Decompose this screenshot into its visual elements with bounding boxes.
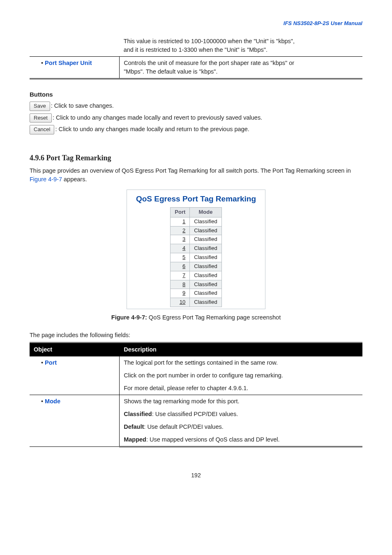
table-row: 7Classified: [171, 271, 221, 280]
port-link[interactable]: 8: [171, 280, 190, 289]
para-text: This page provides an overview of QoS Eg…: [30, 167, 351, 174]
mode-cell: Classified: [190, 289, 221, 298]
reset-button[interactable]: Reset: [30, 113, 52, 123]
figure-box: QoS Egress Port Tag Remarking Port Mode …: [127, 190, 265, 309]
fields-intro: The page includes the following fields:: [30, 331, 362, 340]
fields-mode-label-cell: • Mode: [30, 395, 120, 447]
fields-port-label-cell: • Port: [30, 356, 120, 395]
spec-label: Port Shaper Unit: [45, 60, 92, 66]
table-row: 5Classified: [171, 253, 221, 262]
cancel-text: : Click to undo any changes made locally…: [55, 126, 249, 133]
figure-caption-lead: Figure 4-9-7:: [111, 314, 147, 321]
figure-caption-rest: QoS Egress Port Tag Remarking page scree…: [147, 314, 281, 321]
spec-empty-cell: [30, 35, 120, 57]
fields-table: Object Description • Port The logical po…: [30, 342, 362, 447]
bullet: •: [41, 398, 45, 405]
mode-cell: Classified: [190, 298, 221, 307]
mode-mapped-strong: Mapped: [124, 436, 146, 443]
port-desc-cell: The logical port for the settings contai…: [120, 356, 362, 370]
port-link[interactable]: 2: [171, 226, 190, 235]
mode-cell: Classified: [190, 217, 221, 226]
figure-link[interactable]: Figure 4-9-7: [30, 176, 62, 183]
port-link[interactable]: 9: [171, 289, 190, 298]
port-link[interactable]: 1: [171, 217, 190, 226]
spec-desc-cell: This value is restricted to 100-1000000 …: [120, 35, 362, 57]
save-text: : Click to save changes.: [51, 102, 114, 109]
mode-cell: Classified: [190, 262, 221, 271]
spec-desc-line: and it is restricted to 1-3300 when the …: [124, 46, 267, 53]
bullet: •: [41, 359, 45, 366]
mode-default-rest: : Use default PCP/DEI values.: [144, 423, 223, 430]
port-desc-cell: Click on the port number in order to con…: [120, 369, 362, 382]
port-label: Port: [45, 359, 57, 366]
section-paragraph: This page provides an overview of QoS Eg…: [30, 166, 362, 184]
mode-label: Mode: [45, 398, 60, 405]
qos-col-mode: Mode: [190, 207, 221, 217]
port-desc-cell: For more detail, please refer to chapter…: [120, 382, 362, 395]
save-button[interactable]: Save: [30, 102, 50, 111]
section-heading: 4.9.6 Port Tag Remarking: [30, 153, 362, 163]
mode-classified-rest: : Use classified PCP/DEI values.: [152, 411, 238, 417]
figure-caption: Figure 4-9-7: QoS Egress Port Tag Remark…: [30, 313, 362, 322]
mode-cell: Classified: [190, 244, 221, 253]
port-link[interactable]: 7: [171, 271, 190, 280]
fields-head-object: Object: [30, 343, 120, 356]
reset-text: : Click to undo any changes made locally…: [53, 114, 262, 121]
mode-desc-cell: Default: Use default PCP/DEI values.: [120, 421, 362, 433]
qos-table: Port Mode 1Classified2Classified3Classif…: [170, 207, 221, 307]
table-row: 6Classified: [171, 262, 221, 271]
spec-desc-line: Controls the unit of measure for the por…: [124, 60, 294, 66]
port-link[interactable]: 6: [171, 262, 190, 271]
table-row: 8Classified: [171, 280, 221, 289]
spec-desc-cell: Controls the unit of measure for the por…: [120, 56, 362, 79]
table-row: 4Classified: [171, 244, 221, 253]
port-link[interactable]: 5: [171, 253, 190, 262]
bullet: •: [41, 60, 45, 66]
figure-wrapper: QoS Egress Port Tag Remarking Port Mode …: [30, 190, 362, 309]
doc-header: IFS NS3502-8P-2S User Manual: [30, 20, 362, 28]
mode-desc-cell: Classified: Use classified PCP/DEI value…: [120, 408, 362, 421]
cancel-button[interactable]: Cancel: [30, 125, 54, 134]
port-link[interactable]: 3: [171, 235, 190, 244]
page-number: 192: [30, 471, 362, 479]
spec-desc-line: "Mbps". The default value is "kbps".: [124, 68, 217, 75]
spec-desc-line: This value is restricted to 100-1000000 …: [124, 38, 295, 44]
table-row: 1Classified: [171, 217, 221, 226]
mode-cell: Classified: [190, 235, 221, 244]
mode-desc-cell: Mapped: Use mapped versions of QoS class…: [120, 433, 362, 447]
reset-row: Reset: Click to undo any changes made lo…: [30, 113, 362, 123]
mode-cell: Classified: [190, 253, 221, 262]
spec-table-continued: This value is restricted to 100-1000000 …: [30, 35, 362, 79]
para-text: appears.: [62, 176, 87, 183]
fields-head-description: Description: [120, 343, 362, 356]
port-link[interactable]: 10: [171, 298, 190, 307]
mode-mapped-rest: : Use mapped versions of QoS class and D…: [146, 436, 280, 443]
buttons-heading: Buttons: [30, 90, 362, 99]
table-row: 10Classified: [171, 298, 221, 307]
mode-classified-strong: Classified: [124, 411, 152, 417]
table-row: 9Classified: [171, 289, 221, 298]
cancel-row: Cancel: Click to undo any changes made l…: [30, 125, 362, 134]
save-row: Save: Click to save changes.: [30, 102, 362, 111]
qos-col-port: Port: [171, 207, 190, 217]
mode-cell: Classified: [190, 280, 221, 289]
mode-desc-cell: Shows the tag remarking mode for this po…: [120, 395, 362, 408]
table-row: 2Classified: [171, 226, 221, 235]
mode-cell: Classified: [190, 226, 221, 235]
mode-cell: Classified: [190, 271, 221, 280]
mode-default-strong: Default: [124, 423, 144, 430]
port-link[interactable]: 4: [171, 244, 190, 253]
spec-label-cell: • Port Shaper Unit: [30, 56, 120, 79]
table-row: 3Classified: [171, 235, 221, 244]
figure-title: QoS Egress Port Tag Remarking: [136, 193, 256, 205]
